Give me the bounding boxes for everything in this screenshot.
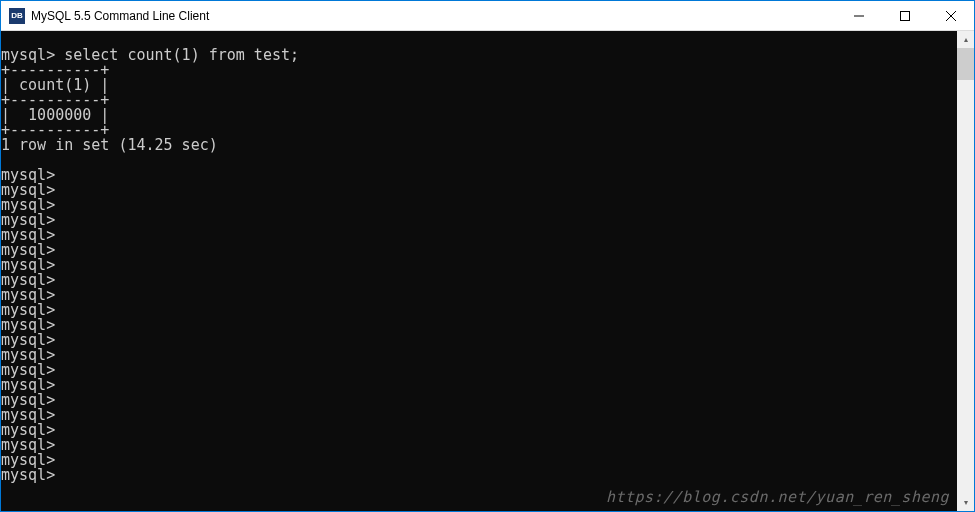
scroll-thumb[interactable]	[957, 48, 974, 80]
app-icon-label: DB	[11, 11, 23, 20]
close-icon	[946, 11, 956, 21]
title-bar[interactable]: DB MySQL 5.5 Command Line Client	[1, 1, 974, 31]
app-icon: DB	[9, 8, 25, 24]
close-button[interactable]	[928, 1, 974, 30]
svg-rect-1	[901, 11, 910, 20]
vertical-scrollbar[interactable]: ▴ ▾	[957, 31, 974, 511]
maximize-button[interactable]	[882, 1, 928, 30]
application-window: DB MySQL 5.5 Command Line Client mysql> …	[0, 0, 975, 512]
maximize-icon	[900, 11, 910, 21]
scroll-track[interactable]	[957, 48, 974, 494]
scroll-up-arrow-icon[interactable]: ▴	[957, 31, 974, 48]
terminal-output[interactable]: mysql> select count(1) from test; +-----…	[1, 31, 957, 511]
minimize-button[interactable]	[836, 1, 882, 30]
window-controls	[836, 1, 974, 30]
terminal-area: mysql> select count(1) from test; +-----…	[1, 31, 974, 511]
scroll-down-arrow-icon[interactable]: ▾	[957, 494, 974, 511]
window-title: MySQL 5.5 Command Line Client	[31, 9, 836, 23]
minimize-icon	[854, 11, 864, 21]
